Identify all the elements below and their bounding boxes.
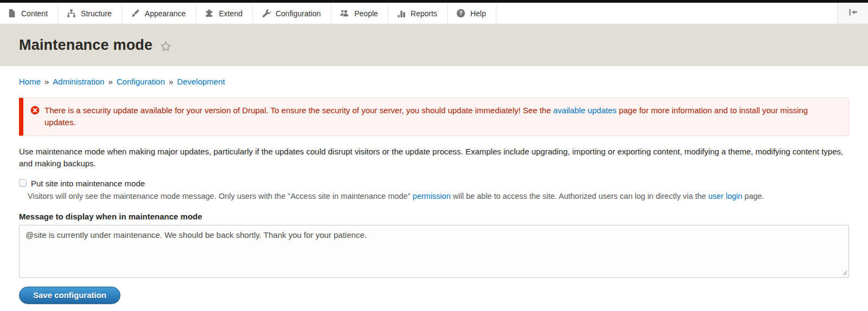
people-icon	[340, 9, 349, 18]
error-message: There is a security update available for…	[19, 98, 849, 136]
toolbar-item-label: People	[354, 9, 378, 18]
maintenance-mode-description: Visitors will only see the maintenance m…	[28, 191, 849, 202]
toolbar-item-label: Content	[21, 9, 48, 18]
page-title: Maintenance mode	[19, 37, 152, 54]
toolbar-collapse-button[interactable]	[837, 3, 868, 24]
toolbar-item-reports[interactable]: Reports	[388, 3, 448, 24]
file-icon	[7, 9, 16, 18]
breadcrumb: Home»Administration»Configuration»Develo…	[0, 66, 868, 86]
breadcrumb-separator: »	[108, 77, 112, 86]
help-icon: ?	[456, 9, 465, 18]
maintenance-message-textarea[interactable]: @site is currently under maintenance. We…	[19, 225, 849, 278]
error-icon	[30, 106, 40, 115]
breadcrumb-link-home[interactable]: Home	[19, 77, 41, 86]
collapse-left-icon	[848, 8, 858, 18]
toolbar-item-label: Help	[470, 9, 486, 18]
user-login-link[interactable]: user login	[708, 192, 742, 200]
toolbar-item-appearance[interactable]: Appearance	[122, 3, 196, 24]
breadcrumb-link-development[interactable]: Development	[177, 77, 225, 86]
admin-toolbar: Content Structure Appearance Extend Conf…	[0, 3, 868, 24]
intro-text: Use maintenance mode when making major u…	[19, 146, 849, 170]
error-text-before: There is a security update available for…	[44, 106, 553, 115]
description-part3: page.	[742, 192, 764, 200]
save-configuration-button[interactable]: Save configuration	[19, 287, 120, 304]
description-part2: will be able to access the site. Authori…	[451, 192, 709, 200]
wrench-icon	[261, 9, 271, 18]
breadcrumb-separator: »	[169, 77, 173, 86]
description-part1: Visitors will only see the maintenance m…	[28, 192, 413, 200]
toolbar-item-label: Configuration	[276, 9, 321, 18]
toolbar-item-configuration[interactable]: Configuration	[253, 3, 331, 24]
maintenance-mode-row: Put site into maintenance mode	[19, 179, 849, 188]
breadcrumb-separator: »	[44, 77, 49, 86]
bar-chart-icon	[397, 9, 406, 18]
svg-text:?: ?	[459, 10, 463, 16]
puzzle-icon	[205, 9, 214, 18]
sitemap-icon	[67, 9, 76, 18]
textarea-resize-handle[interactable]	[841, 269, 847, 275]
toolbar-item-help[interactable]: ? Help	[448, 3, 496, 24]
toolbar-item-label: Reports	[411, 9, 437, 18]
toolbar-item-people[interactable]: People	[331, 3, 388, 24]
permission-link[interactable]: permission	[413, 192, 451, 200]
available-updates-link[interactable]: available updates	[553, 106, 617, 115]
toolbar-item-content[interactable]: Content	[0, 3, 58, 24]
page-header: Maintenance mode	[0, 24, 868, 66]
maintenance-mode-label[interactable]: Put site into maintenance mode	[31, 179, 145, 188]
toolbar-item-extend[interactable]: Extend	[196, 3, 253, 24]
toolbar-item-label: Extend	[219, 9, 242, 18]
toolbar-item-label: Structure	[81, 9, 112, 18]
toolbar-item-structure[interactable]: Structure	[58, 3, 122, 24]
breadcrumb-link-administration[interactable]: Administration	[53, 77, 104, 86]
error-text: There is a security update available for…	[44, 105, 840, 128]
favorite-star-icon[interactable]	[159, 40, 172, 53]
message-field-wrap: @site is currently under maintenance. We…	[19, 225, 849, 278]
message-field-label: Message to display when in maintenance m…	[19, 212, 849, 221]
breadcrumb-link-configuration[interactable]: Configuration	[117, 77, 165, 86]
paintbrush-icon	[131, 9, 140, 18]
maintenance-mode-checkbox[interactable]	[19, 179, 27, 187]
toolbar-item-label: Appearance	[145, 9, 186, 18]
